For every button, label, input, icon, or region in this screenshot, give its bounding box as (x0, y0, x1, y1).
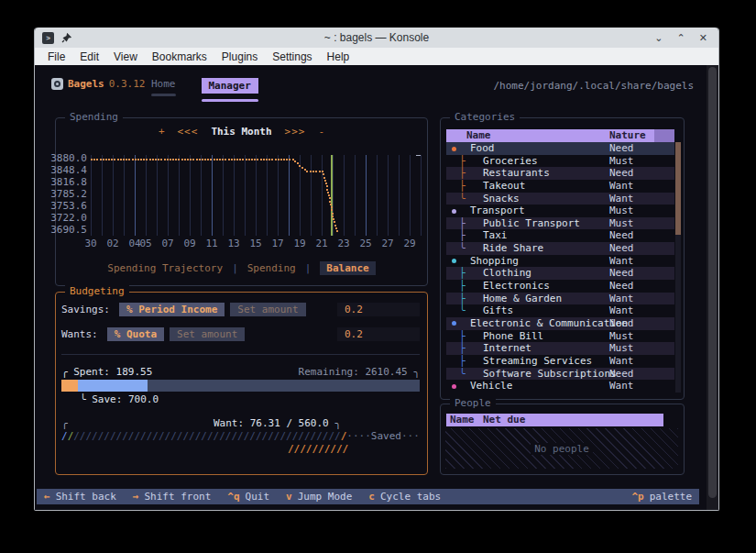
prev-period-button[interactable]: <<< (178, 126, 199, 138)
menu-view[interactable]: View (106, 50, 145, 63)
terminal-scrollbar-thumb[interactable] (708, 67, 717, 498)
tab-spending[interactable]: Spending (247, 262, 296, 274)
day-gridline (146, 155, 147, 236)
category-row-electronics[interactable]: ├ElectronicsNeed (446, 280, 674, 293)
category-row-streaming-services[interactable]: ├Streaming ServicesWant (446, 355, 674, 368)
category-row-ride-share[interactable]: ╰Ride ShareNeed (446, 242, 674, 255)
zoom-out-button[interactable]: - (318, 126, 324, 138)
next-period-button[interactable]: >>> (285, 126, 306, 138)
category-row-groceries[interactable]: ├GroceriesMust (446, 155, 674, 168)
category-name: Internet (483, 342, 531, 355)
balance-line-dot (266, 159, 268, 160)
balance-line-dot (268, 159, 270, 160)
category-nature: Need (609, 142, 634, 155)
balance-line-dot (324, 180, 326, 182)
category-row-shopping[interactable]: ShoppingWant (446, 255, 674, 268)
day-gridline (135, 155, 136, 236)
categories-scrollbar-thumb[interactable] (675, 142, 681, 235)
minimize-icon[interactable]: ⌄ (654, 33, 663, 43)
terminal-scrollbar[interactable] (707, 65, 718, 510)
people-empty-text: No people (531, 443, 593, 455)
budget-progress-bar (61, 380, 420, 392)
balance-line-dot (105, 159, 107, 160)
balance-line-dot (146, 159, 148, 160)
category-row-transport[interactable]: TransportMust (446, 205, 674, 217)
column-nature: Nature (609, 129, 646, 141)
footer-action-cycle-tabs[interactable]: cCycle tabs (368, 491, 441, 503)
balance-line-dot (323, 173, 324, 175)
balance-line-dot (181, 159, 183, 160)
menu-bookmarks[interactable]: Bookmarks (145, 50, 214, 63)
category-nature: Need (609, 242, 634, 255)
wants-percent-quota-button[interactable]: % Quota (107, 327, 164, 341)
x-tick-label: 02 (106, 238, 118, 249)
wants-value-input[interactable]: 0.2 (337, 327, 420, 341)
tree-branch-icon: ╰ (459, 193, 466, 205)
category-name: Transport (470, 205, 525, 217)
menu-settings[interactable]: Settings (265, 50, 319, 63)
menu-help[interactable]: Help (320, 50, 357, 63)
save-bar-segment (78, 380, 148, 392)
category-row-taxi[interactable]: ├TaxiNeed (446, 229, 674, 242)
category-name: Electronic & Communication (470, 317, 628, 330)
savings-label: Savings: (61, 304, 110, 315)
day-gridline (366, 155, 367, 236)
footer-action-shift-front[interactable]: →Shift front (133, 491, 211, 503)
tab-home[interactable]: Home (143, 76, 184, 104)
day-gridline (421, 155, 422, 236)
balance-line-dot (210, 159, 212, 160)
balance-line-dot (91, 159, 93, 160)
category-row-software-subscriptions[interactable]: ╰Software SubscriptionsNeed (446, 368, 674, 381)
key-action-label: Cycle tabs (380, 491, 441, 503)
category-row-home-garden[interactable]: ├Home & GardenWant (446, 293, 674, 305)
footer-action-shift-back[interactable]: ←Shift back (44, 491, 116, 503)
category-row-clothing[interactable]: ├ClothingNeed (446, 267, 674, 280)
balance-line-dot (222, 159, 224, 160)
wants-set-amount-button[interactable]: Set amount (170, 327, 245, 341)
key-action-label: palette (650, 491, 692, 503)
budgeting-panel: Budgeting Savings: % Period Income Set a… (55, 292, 428, 475)
zoom-in-button[interactable]: + (159, 126, 165, 138)
footer-action-quit[interactable]: ^qQuit (227, 491, 269, 503)
balance-line-dot (334, 221, 335, 223)
footer-action-palette[interactable]: ^ppalette (631, 491, 692, 503)
window-titlebar[interactable]: > ~ : bagels — Konsole ⌄ ⌃ ✕ (35, 28, 718, 48)
tab-manager[interactable]: Manager (193, 76, 267, 104)
category-name: Phone Bill (483, 330, 543, 343)
category-row-phone-bill[interactable]: ├Phone BillMust (446, 330, 674, 343)
menu-file[interactable]: File (40, 50, 72, 63)
day-gridline (300, 155, 301, 236)
day-gridline (201, 155, 202, 236)
day-gridline (388, 155, 389, 236)
category-row-gifts[interactable]: ╰GiftsWant (446, 304, 674, 317)
tree-branch-icon: ╰ (459, 304, 466, 317)
category-row-snacks[interactable]: ╰SnacksWant (446, 193, 674, 205)
menu-edit[interactable]: Edit (72, 50, 106, 63)
close-icon[interactable]: ✕ (699, 33, 707, 43)
maximize-icon[interactable]: ⌃ (677, 33, 685, 43)
tab-balance[interactable]: Balance (320, 261, 375, 275)
day-gridline (102, 155, 103, 236)
category-row-vehicle[interactable]: VehicleWant (446, 380, 674, 393)
balance-line-dot (326, 185, 328, 187)
tab-spending-trajectory[interactable]: Spending Trajectory (107, 262, 223, 274)
category-row-takeout[interactable]: ├TakeoutWant (446, 180, 674, 193)
category-row-internet[interactable]: ├InternetMust (446, 342, 674, 355)
category-row-food[interactable]: FoodNeed (446, 142, 674, 155)
savings-set-amount-button[interactable]: Set amount (230, 303, 305, 316)
category-row-public-transport[interactable]: ├Public TransportMust (446, 217, 674, 230)
day-gridline (190, 155, 191, 236)
savings-percent-income-button[interactable]: % Period Income (119, 303, 225, 316)
savings-value-input[interactable]: 0.2 (337, 303, 420, 316)
current-period-label: This Month (211, 126, 271, 138)
x-tick-label: 09 (183, 238, 195, 249)
footer-action-jump-mode[interactable]: vJump Mode (286, 491, 352, 503)
categories-scrollbar[interactable] (675, 142, 681, 393)
menu-plugins[interactable]: Plugins (214, 50, 265, 63)
category-row-electronic-communication[interactable]: Electronic & CommunicationNeed (446, 317, 674, 330)
category-row-restaurants[interactable]: ├RestaurantsNeed (446, 167, 674, 180)
balance-line-dot (331, 206, 333, 208)
tree-branch-icon: ╰ (459, 368, 466, 381)
tree-branch-icon: ├ (459, 167, 466, 180)
category-nature: Want (609, 355, 634, 368)
